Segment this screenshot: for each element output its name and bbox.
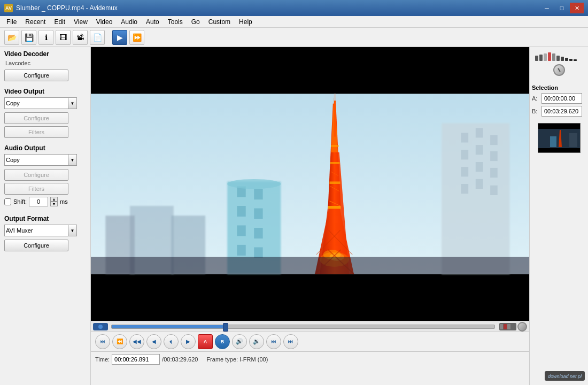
video-output-select[interactable]: Copy MPEG-4 AVC MPEG-4 ASP x265: [4, 97, 68, 109]
selection-b-value: 00:03:29.620: [541, 106, 582, 117]
scrubber-thumb[interactable]: [223, 323, 228, 332]
video-output-dropdown-arrow[interactable]: ▼: [68, 97, 77, 109]
output-format-dropdown-arrow[interactable]: ▼: [68, 225, 77, 236]
svg-rect-11: [461, 167, 468, 176]
scrubber-track[interactable]: [111, 325, 495, 329]
shift-down-button[interactable]: ▼: [50, 202, 58, 206]
marker-b-toggle-button[interactable]: B: [215, 334, 230, 349]
audio-output-select[interactable]: Copy AAC MP3 AC3 Vorbis: [4, 154, 68, 166]
video-decoder-codec: Lavcodec: [4, 60, 86, 66]
open-video-button[interactable]: 🎞: [56, 30, 71, 45]
output-format-configure-button[interactable]: Configure: [4, 240, 68, 251]
video-output-title: Video Output: [4, 88, 86, 95]
svg-rect-16: [490, 186, 498, 195]
menu-custom[interactable]: Custom: [204, 17, 235, 27]
video-area: ⏮ ⏪ ◀◀ ◀ ⏴ ▶ A B 🔊 🔉 ⏮ ⏭ Time:: [91, 47, 529, 385]
close-button[interactable]: ✕: [570, 3, 584, 13]
svg-rect-14: [461, 184, 468, 194]
menu-file[interactable]: File: [2, 17, 21, 27]
shift-label: Shift:: [13, 198, 27, 205]
selection-a-label: A:: [532, 95, 539, 102]
frame-info-display: Frame type: I-FRM (00): [206, 356, 268, 363]
output-format-select[interactable]: AVI Muxer MP4 Muxer MKV Muxer OGM Muxer: [4, 225, 68, 236]
watermark: download.net.pl: [545, 371, 585, 381]
encode-segment-button[interactable]: ▶: [112, 30, 127, 45]
svg-point-26: [227, 179, 281, 189]
selection-a-value: 00:00:00.00: [541, 93, 582, 104]
svg-rect-0: [91, 65, 529, 94]
app-icon: AV: [4, 4, 13, 12]
svg-rect-10: [490, 151, 498, 161]
open-file-button[interactable]: 📂: [4, 30, 19, 45]
audio-prev-button[interactable]: 🔊: [232, 334, 247, 349]
toolbar: 📂 💾 ℹ 🎞 📽 📄 ▶ ⏩: [0, 28, 588, 47]
svg-rect-15: [476, 179, 483, 189]
next-button[interactable]: ⏭: [283, 334, 298, 349]
selection-b-label: B:: [532, 108, 539, 114]
audio-output-title: Audio Output: [4, 144, 86, 152]
svg-rect-35: [334, 94, 336, 101]
svg-rect-37: [329, 181, 340, 184]
svg-rect-57: [550, 136, 556, 147]
total-time-display: /00:03:29.620: [162, 356, 198, 363]
menu-edit[interactable]: Edit: [50, 17, 69, 27]
audio-next-button[interactable]: 🔉: [249, 334, 264, 349]
save-file-button[interactable]: 💾: [21, 30, 36, 45]
encode-output-button[interactable]: ⏩: [129, 30, 144, 45]
svg-rect-9: [476, 145, 483, 155]
format-button[interactable]: 📄: [90, 30, 105, 45]
video-decoder-configure-button[interactable]: Configure: [4, 70, 68, 81]
video-frame: [91, 47, 529, 321]
prev-keyframe-button[interactable]: ⏪: [112, 334, 127, 349]
restore-button[interactable]: □: [555, 3, 569, 13]
prev-frame-back-button[interactable]: ◀◀: [129, 334, 144, 349]
svg-rect-53: [538, 148, 581, 153]
prev-frame-button[interactable]: ◀: [146, 334, 161, 349]
svg-rect-36: [328, 206, 341, 209]
minimize-button[interactable]: ─: [540, 3, 554, 13]
svg-rect-12: [476, 162, 483, 172]
save-video-button[interactable]: 📽: [73, 30, 88, 45]
info-button[interactable]: ℹ: [38, 30, 53, 45]
shift-up-button[interactable]: ▲: [50, 197, 58, 202]
menu-tools[interactable]: Tools: [164, 17, 187, 27]
marker-a-button[interactable]: A: [198, 334, 213, 349]
volume-knob[interactable]: [517, 322, 527, 332]
svg-rect-38: [330, 162, 339, 164]
shift-checkbox[interactable]: [4, 198, 11, 205]
audio-output-configure-button[interactable]: Configure: [4, 169, 68, 181]
shift-spinner: ▲ ▼: [50, 197, 58, 206]
menu-go[interactable]: Go: [187, 17, 204, 27]
menu-view[interactable]: View: [69, 17, 92, 27]
status-row: Time: 00:00:26.891 /00:03:29.620 Frame t…: [91, 351, 529, 366]
main-volume-knob[interactable]: [553, 64, 565, 76]
go-end-button[interactable]: ⏮: [266, 334, 281, 349]
scrubber-bar[interactable]: [91, 321, 529, 332]
main-layout: Video Decoder Lavcodec Configure Video O…: [0, 47, 588, 385]
svg-rect-56: [569, 133, 577, 147]
controls-row: ⏮ ⏪ ◀◀ ◀ ⏴ ▶ A B 🔊 🔉 ⏮ ⏭: [91, 332, 529, 351]
menu-auto[interactable]: Auto: [142, 17, 164, 27]
go-start-button[interactable]: ⏮: [95, 334, 110, 349]
menu-video[interactable]: Video: [92, 17, 117, 27]
window-controls: ─ □ ✕: [540, 3, 584, 13]
rewind-button[interactable]: ⏴: [164, 334, 179, 349]
svg-rect-34: [334, 98, 336, 137]
menu-help[interactable]: Help: [235, 17, 257, 27]
svg-rect-5: [461, 133, 468, 142]
window-title: Slumber _ COPPU.mp4 - Avidemux: [16, 4, 118, 12]
audio-output-filters-button[interactable]: Filters: [4, 183, 68, 195]
preview-thumbnail: [538, 123, 581, 153]
audio-output-dropdown-wrap: Copy AAC MP3 AC3 Vorbis ▼: [4, 154, 86, 166]
video-output-configure-button[interactable]: Configure: [4, 112, 68, 124]
shift-input[interactable]: [29, 197, 48, 206]
video-output-filters-button[interactable]: Filters: [4, 126, 68, 138]
current-time-display: 00:00:26.891: [112, 354, 160, 365]
audio-output-dropdown-arrow[interactable]: ▼: [68, 154, 77, 166]
output-format-dropdown-wrap: AVI Muxer MP4 Muxer MKV Muxer OGM Muxer …: [4, 225, 86, 236]
menu-recent[interactable]: Recent: [21, 17, 50, 27]
play-button[interactable]: ▶: [181, 334, 196, 349]
svg-rect-13: [490, 168, 498, 178]
output-format-title: Output Format: [4, 215, 86, 222]
menu-audio[interactable]: Audio: [117, 17, 142, 27]
